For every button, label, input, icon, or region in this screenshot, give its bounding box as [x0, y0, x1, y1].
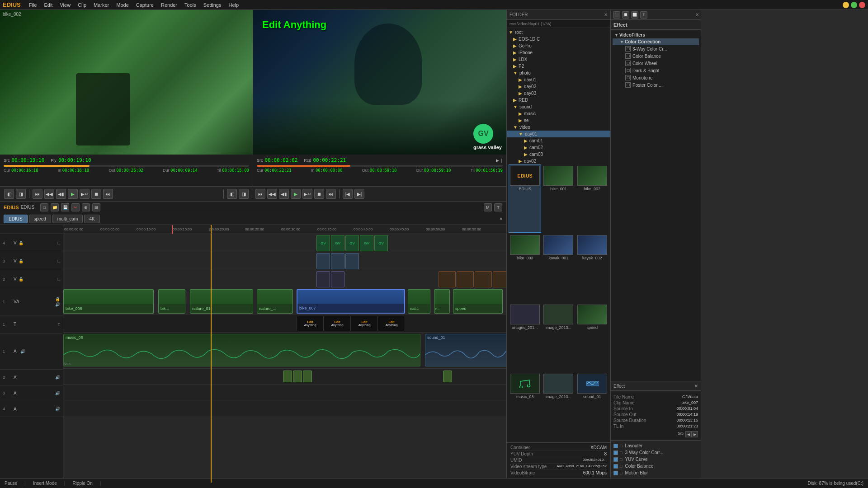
clip-nature01a[interactable]: nature_01: [190, 289, 253, 314]
pgm-goto-in[interactable]: ⏮: [255, 189, 265, 199]
menu-view[interactable]: View: [56, 2, 74, 8]
2v-right-clip-4[interactable]: [493, 271, 506, 287]
ei-next[interactable]: ▶: [692, 431, 698, 437]
clip-nat-small[interactable]: nat...: [408, 289, 430, 314]
folder-gopro[interactable]: ▶GoPro: [507, 42, 610, 49]
effect-btn3[interactable]: ⬜: [631, 11, 638, 19]
folder-eos1dc[interactable]: ▶EOS-1D C: [507, 36, 610, 42]
title-clips-row[interactable]: Edit Anything Edit Anything Edit Anythin…: [297, 316, 405, 331]
tl-snap[interactable]: M: [484, 203, 492, 211]
menu-settings[interactable]: Settings: [200, 2, 225, 8]
clip-nature-small[interactable]: nature_...: [257, 289, 293, 314]
menu-render[interactable]: Render: [157, 2, 181, 8]
src-goto-out[interactable]: ⏭: [103, 189, 113, 199]
pgm-step-back[interactable]: ◀◀: [267, 189, 277, 199]
bin-item-speed[interactable]: speed: [576, 303, 609, 371]
pgm-mark-out[interactable]: ◨: [239, 189, 249, 199]
folder-photo-day03[interactable]: ▶day03: [507, 90, 610, 97]
program-progress-bar[interactable]: [257, 165, 503, 167]
menu-file[interactable]: File: [25, 2, 41, 8]
3v-clip-1[interactable]: [316, 253, 330, 269]
src-step-back[interactable]: ◀◀: [44, 189, 54, 199]
folder-photo-day01[interactable]: ▶day01: [507, 76, 610, 83]
clip-bike006[interactable]: bike_006: [63, 289, 154, 314]
tl-open[interactable]: 📁: [51, 203, 59, 211]
minimize-button[interactable]: [843, 2, 849, 8]
effect-3way-color[interactable]: ☐ 3-Way Color Cr...: [613, 45, 699, 52]
src-mark-out[interactable]: ◨: [16, 189, 26, 199]
bin-item-edius[interactable]: EDIUS EDIUS: [509, 164, 541, 233]
2a-clip-4[interactable]: [443, 371, 452, 382]
tab-speed[interactable]: speed: [29, 215, 51, 223]
tab-4k[interactable]: 4K: [84, 215, 99, 223]
folder-cam03[interactable]: ▶cam03: [507, 151, 610, 158]
2v-clip-1[interactable]: [316, 271, 330, 287]
maximize-button[interactable]: [851, 2, 857, 8]
folder-close[interactable]: ✕: [604, 12, 608, 17]
gv-clip-3[interactable]: GV: [345, 235, 359, 251]
folder-video-day01[interactable]: ▼day01: [507, 131, 610, 137]
folder-red[interactable]: ▶RED: [507, 97, 610, 103]
effect-monotone[interactable]: ☐ Monotone: [613, 74, 699, 81]
layouter-checkbox[interactable]: [613, 444, 618, 448]
3v-clip-3[interactable]: [345, 253, 359, 269]
timeline-close[interactable]: ✕: [499, 216, 503, 221]
tab-edius[interactable]: EDIUS: [4, 215, 28, 223]
effect-panel-close[interactable]: ✕: [695, 12, 699, 17]
bin-item-image2013[interactable]: image_2013...: [542, 303, 575, 371]
2a-clip-3[interactable]: [303, 371, 312, 382]
source-progress-bar[interactable]: [4, 165, 249, 167]
tl-text[interactable]: T: [494, 203, 502, 211]
tab-multicam[interactable]: multi_cam: [52, 215, 83, 223]
bin-item-bike001[interactable]: bike_001: [542, 164, 575, 233]
folder-cam02[interactable]: ▶cam02: [507, 144, 610, 151]
effect-color-wheel[interactable]: ☐ Color Wheel: [613, 60, 699, 67]
bin-item-bike003[interactable]: bike_003: [509, 234, 541, 302]
menu-capture[interactable]: Capture: [132, 2, 157, 8]
effect-btn1[interactable]: ⬛: [613, 11, 620, 19]
folder-p2[interactable]: ▶P2: [507, 63, 610, 70]
effect-btn4[interactable]: T: [640, 11, 647, 19]
pgm-play[interactable]: ▶: [291, 189, 301, 199]
folder-photo-day02[interactable]: ▶day02: [507, 83, 610, 90]
close-button[interactable]: [859, 2, 865, 8]
effect-dark-bright[interactable]: ☐ Dark & Bright: [613, 67, 699, 74]
audio-music05-clip[interactable]: music_05: [63, 334, 420, 366]
menu-edit[interactable]: Edit: [40, 2, 56, 8]
folder-sound[interactable]: ▼sound: [507, 103, 610, 110]
effect-color-balance[interactable]: ☐ Color Balance: [613, 52, 699, 60]
bin-item-sound01[interactable]: sound_01: [576, 372, 609, 441]
gv-clip-5[interactable]: GV: [374, 235, 388, 251]
2v-right-clip-3[interactable]: [475, 271, 492, 287]
folder-video-day02[interactable]: ▶day02: [507, 158, 610, 163]
src-mark-in[interactable]: ◧: [4, 189, 14, 199]
pgm-step-fwd[interactable]: ◀▮: [279, 189, 289, 199]
pgm-prev-edit[interactable]: |◀: [343, 189, 353, 199]
bin-item-music03[interactable]: music_03: [509, 372, 541, 441]
2v-clip-2[interactable]: [331, 271, 344, 287]
src-play-loop[interactable]: ▶↩: [80, 189, 90, 199]
folder-video[interactable]: ▼video: [507, 124, 610, 131]
bin-item-bike002[interactable]: bike_002: [576, 164, 609, 233]
folder-iphone[interactable]: ▶iPhone: [507, 49, 610, 56]
bin-item-images201[interactable]: images_201...: [509, 303, 541, 371]
menu-mode[interactable]: Mode: [113, 2, 132, 8]
gv-clip-2[interactable]: GV: [331, 235, 344, 251]
ei-prev[interactable]: ◀: [685, 431, 692, 437]
gv-clip-4[interactable]: GV: [360, 235, 373, 251]
yuvcurve-checkbox[interactable]: [613, 457, 618, 462]
colorbalance-checkbox[interactable]: [613, 464, 618, 469]
tl-save[interactable]: 💾: [61, 203, 69, 211]
pgm-next-edit[interactable]: ▶|: [354, 189, 364, 199]
folder-photo[interactable]: ▼photo: [507, 70, 610, 76]
2a-clip-1[interactable]: [283, 371, 292, 382]
effect-color-correction-parent[interactable]: ▼ Color Correction: [613, 38, 699, 45]
menu-help[interactable]: Help: [225, 2, 242, 8]
tl-copy[interactable]: ⊕: [82, 203, 90, 211]
menu-marker[interactable]: Marker: [90, 2, 113, 8]
effect-poster-color[interactable]: ☐ Poster Color ...: [613, 81, 699, 89]
2v-right-clip-1[interactable]: [439, 271, 456, 287]
bin-item-kayak001[interactable]: kayak_001: [542, 234, 575, 302]
pgm-play-loop[interactable]: ▶↩: [302, 189, 312, 199]
src-step-fwd[interactable]: ◀▮: [56, 189, 66, 199]
